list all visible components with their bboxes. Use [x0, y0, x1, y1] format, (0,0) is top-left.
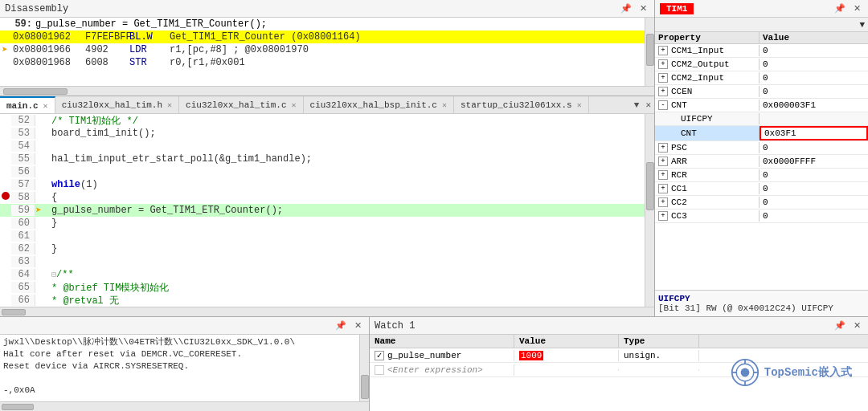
tab-label-hal-bsp: ciu32l0xx_hal_bsp_init.c	[310, 100, 437, 110]
disasm-addr-3: 0x08001966	[13, 44, 85, 55]
table-row: 0x08001968 6008 STR r0,[r1,#0x001	[0, 56, 645, 69]
disasm-text-1: g_pulse_number = Get_TIM1_ETR_Counter();	[35, 18, 645, 30]
properties-close-btn[interactable]: ✕	[851, 3, 863, 14]
disasm-hex-4: 6008	[85, 57, 129, 68]
code-vscrollbar[interactable]	[645, 114, 654, 307]
prop-expand-cc3[interactable]: +	[658, 211, 668, 221]
code-row-64: 64 ⊟/**	[0, 268, 645, 281]
tab-hal-bsp[interactable]: ciu32l0xx_hal_bsp_init.c ✕	[304, 96, 454, 114]
prop-value-cc2: 0	[760, 197, 868, 208]
watch-close-btn[interactable]: ✕	[851, 320, 863, 331]
prop-expand-rcr[interactable]: +	[658, 170, 668, 180]
tab-scroll-btn[interactable]: ▼	[631, 100, 643, 110]
prop-row-ccen[interactable]: + CCEN 0	[655, 85, 868, 99]
disasm-ops-2: Get_TIM1_ETR_Counter (0x08001164)	[170, 31, 645, 43]
prop-name-ccm2-input: + CCM2_Input	[655, 72, 760, 83]
disassembly-controls: 📌 ✕	[618, 3, 649, 14]
watch-checkbox-enter[interactable]	[375, 365, 384, 375]
prop-label-cnt-parent: CNT	[671, 100, 687, 110]
prop-row-cc2[interactable]: + CC2 0	[655, 196, 868, 210]
disassembly-hscroll-thumb[interactable]	[3, 88, 68, 95]
code-row-59: 59 ➤ g_pulse_number = Get_TIM1_ETR_Count…	[0, 204, 645, 217]
main-layout: Disassembly 📌 ✕ 59: g_pulse_number = Get…	[0, 0, 868, 411]
prop-expand-cc1[interactable]: +	[658, 184, 668, 193]
watch-checkbox-g-pulse[interactable]: ✓	[375, 351, 384, 360]
tab-hal-tim-h[interactable]: ciu32l0xx_hal_tim.h ✕	[55, 96, 179, 114]
code-linenum-55: 55	[11, 153, 35, 165]
code-linenum-53: 53	[11, 128, 35, 139]
prop-value-cnt-child[interactable]: 0x03F1	[760, 126, 868, 140]
prop-footer-title: UIFCPY	[658, 294, 865, 303]
console-hscrollbar[interactable]	[0, 401, 369, 411]
prop-col-headers: Property Value	[655, 32, 868, 44]
prop-expand-ccen[interactable]: +	[658, 87, 668, 96]
prop-row-cc1[interactable]: + CC1 0	[655, 182, 868, 196]
tab-close-hal-bsp[interactable]: ✕	[442, 100, 447, 110]
svg-point-2	[740, 368, 749, 377]
disassembly-content-area: 59: g_pulse_number = Get_TIM1_ETR_Counte…	[0, 18, 654, 86]
disassembly-panel: Disassembly 📌 ✕ 59: g_pulse_number = Get…	[0, 0, 655, 316]
watch-cell-type-g-pulse: unsign.	[619, 350, 699, 361]
disassembly-close-btn[interactable]: ✕	[637, 3, 649, 14]
console-hscroll-thumb[interactable]	[2, 404, 34, 410]
disassembly-hscrollbar[interactable]	[0, 86, 654, 96]
tab-x-btn[interactable]: ✕	[642, 100, 654, 110]
watch-pin-btn[interactable]: 📌	[832, 320, 848, 331]
prop-row-cc3[interactable]: + CC3 0	[655, 210, 868, 223]
watch-col-value-header: Value	[514, 335, 619, 348]
properties-pin-btn[interactable]: 📌	[832, 3, 848, 14]
prop-expand-cnt[interactable]: -	[658, 100, 668, 110]
console-content: jwxl\\Desktop\\脉冲计数\\04ETR计数\\CIU32L0xx_…	[0, 335, 359, 401]
tab-close-hal-tim-c[interactable]: ✕	[292, 100, 297, 110]
prop-expand-ccm2-out[interactable]: +	[658, 59, 668, 69]
prop-row-arr[interactable]: + ARR 0x0000FFFF	[655, 155, 868, 169]
watch-title: Watch 1	[375, 320, 415, 332]
prop-row-ccm2-output[interactable]: + CCM2_Output 0	[655, 58, 868, 71]
code-vscroll-thumb[interactable]	[646, 162, 654, 210]
code-hscroll-thumb[interactable]	[2, 309, 26, 315]
tab-main-c[interactable]: main.c ✕	[0, 96, 55, 114]
disassembly-vscroll-thumb[interactable]	[646, 34, 654, 66]
prop-expand-cc2[interactable]: +	[658, 197, 668, 207]
prop-row-ccm2-input[interactable]: + CCM2_Input 0	[655, 71, 868, 85]
prop-row-cnt-child[interactable]: - CNT 0x03F1	[655, 126, 868, 141]
code-section: main.c ✕ ciu32l0xx_hal_tim.h ✕ ciu32l0xx…	[0, 96, 654, 316]
console-pin-btn[interactable]: 📌	[333, 320, 349, 331]
code-rows: 52 /* TIM1初始化 */ 53 board_tim1_init();	[0, 114, 645, 307]
console-close-btn[interactable]: ✕	[352, 320, 364, 331]
disasm-instr-2: BL.W	[129, 31, 170, 43]
disassembly-vscrollbar[interactable]	[645, 18, 654, 86]
console-vscroll-thumb[interactable]	[361, 375, 369, 399]
tab-close-main-c[interactable]: ✕	[43, 101, 48, 111]
code-hscrollbar[interactable]	[0, 307, 654, 316]
disassembly-rows: 59: g_pulse_number = Get_TIM1_ETR_Counte…	[0, 18, 645, 86]
watch-enter-expression-label[interactable]: <Enter expression>	[387, 365, 483, 375]
table-row: 0x08001962 F7FEFBFF BL.W Get_TIM1_ETR_Co…	[0, 31, 645, 43]
properties-header: TIM1 📌 ✕	[655, 0, 868, 18]
disasm-hex-2: F7FEFBFF	[85, 31, 129, 43]
code-linenum-61: 61	[11, 230, 35, 242]
prop-expand-psc[interactable]: +	[658, 143, 668, 153]
prop-row-psc[interactable]: + PSC 0	[655, 141, 868, 155]
prop-expand-ccm1[interactable]: +	[658, 46, 668, 55]
prop-name-cnt-parent: - CNT	[655, 100, 760, 111]
console-line-5: -,0x0A	[3, 385, 356, 397]
properties-subheader: ▼	[655, 18, 868, 32]
tab-startup[interactable]: startup_ciu32l061xx.s ✕	[454, 96, 589, 114]
disassembly-title: Disassembly	[5, 3, 68, 14]
prop-dropdown[interactable]: ▼	[859, 20, 865, 30]
prop-row-cnt-parent[interactable]: - CNT 0x000003F1	[655, 99, 868, 112]
tab-close-hal-tim-h[interactable]: ✕	[167, 100, 172, 110]
prop-row-rcr[interactable]: + RCR 0	[655, 169, 868, 182]
disassembly-pin-btn[interactable]: 📌	[618, 3, 634, 14]
prop-expand-arr[interactable]: +	[658, 157, 668, 166]
tab-hal-tim-c[interactable]: ciu32l0xx_hal_tim.c ✕	[179, 96, 303, 114]
prop-row-uifcpy[interactable]: - UIFCPY	[655, 112, 868, 126]
code-text-53: board_tim1_init();	[47, 128, 156, 139]
watch-col-type-header: Type	[619, 335, 699, 348]
console-vscrollbar[interactable]	[359, 335, 369, 401]
prop-row-ccm1-input[interactable]: + CCM1_Input 0	[655, 44, 868, 58]
bp-col-58[interactable]	[0, 192, 11, 203]
tab-close-startup[interactable]: ✕	[577, 100, 582, 110]
prop-expand-ccm2-in[interactable]: +	[658, 73, 668, 83]
